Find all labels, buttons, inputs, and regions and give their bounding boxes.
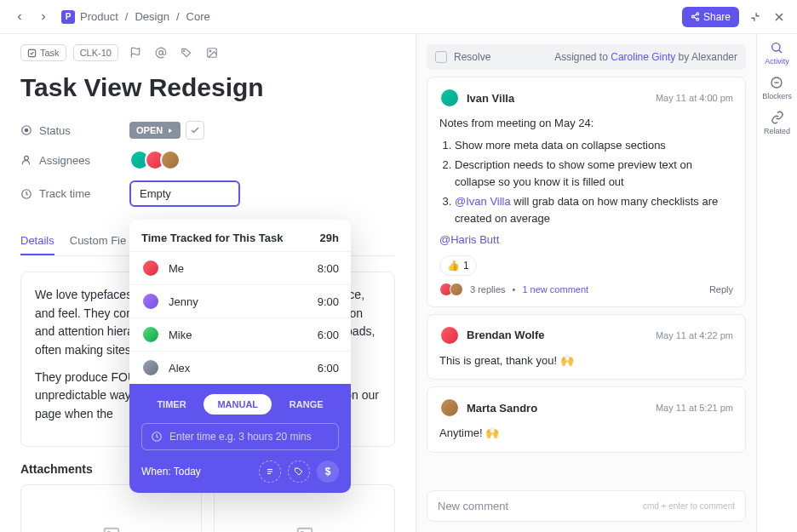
svg-point-1 [691,15,694,18]
rail-related[interactable]: Related [764,111,790,135]
avatar [439,325,460,346]
svg-marker-15 [169,128,172,132]
breadcrumb-item[interactable]: Core [186,10,210,23]
svg-line-3 [694,17,697,19]
rail-blockers[interactable]: Blockers [762,76,792,100]
avatar [160,150,181,170]
reaction-button[interactable]: 👍 1 [439,255,477,276]
comment-card: Ivan Villa May 11 at 4:00 pm Notes from … [427,77,746,307]
status-field-label: Status [20,124,129,137]
svg-line-4 [694,14,697,16]
svg-line-27 [779,50,782,53]
svg-point-2 [697,18,699,20]
minimize-icon[interactable] [748,9,763,25]
time-row[interactable]: Me8:00 [129,251,351,284]
svg-point-9 [159,51,163,55]
assigned-text: Assigned to Caroline Ginty by Alexander [554,51,737,63]
close-icon[interactable] [771,9,787,25]
task-id-chip[interactable]: CLK-10 [73,44,118,61]
image-icon[interactable] [204,44,221,61]
svg-point-16 [25,156,29,160]
status-complete-button[interactable] [186,121,204,140]
popover-total: 29h [320,232,339,244]
side-rail: Activity Blockers Related [756,34,797,532]
comment-timestamp: May 11 at 4:22 pm [656,330,733,340]
svg-point-12 [209,50,211,52]
svg-point-26 [772,43,780,51]
mention-icon[interactable] [152,44,169,61]
comment-card: Brendan Wolfe May 11 at 4:22 pm This is … [427,314,746,380]
flag-icon[interactable] [127,44,144,61]
svg-point-10 [183,50,184,51]
assignee-avatars[interactable] [129,150,181,170]
rail-activity[interactable]: Activity [765,41,789,66]
status-badge[interactable]: OPEN [129,122,181,139]
nav-back-button[interactable] [10,8,29,26]
time-tracking-popover: Time Tracked for This Task 29h Me8:00 Je… [129,220,351,493]
comment-timestamp: May 11 at 4:00 pm [656,93,733,103]
user-mention[interactable]: @Ivan Villa [455,195,511,208]
svg-point-0 [697,13,699,15]
popover-title: Time Tracked for This Task [141,232,283,244]
note-icon[interactable] [259,460,281,483]
mode-range[interactable]: RANGE [276,394,337,415]
breadcrumb-item[interactable]: Product [80,10,118,23]
time-row[interactable]: Alex6:00 [129,351,351,384]
track-time-input[interactable] [129,180,240,207]
time-row[interactable]: Jenny9:00 [129,284,351,317]
svg-rect-20 [297,529,312,532]
time-row[interactable]: Mike6:00 [129,317,351,351]
assignees-field-label: Assignees [20,154,129,167]
activity-pane: Resolve Assigned to Caroline Ginty by Al… [416,34,756,532]
mode-timer[interactable]: TIMER [143,394,199,415]
comment-author: Brendan Wolfe [467,329,545,341]
task-title: Task View Redesign [20,73,395,102]
billable-icon[interactable]: $ [317,460,339,483]
comment-timestamp: May 11 at 5:21 pm [656,403,733,413]
task-detail-pane: Task CLK-10 Task View Redesign Status OP… [0,34,416,532]
mode-manual[interactable]: MANUAL [204,394,272,415]
comment-author: Marta Sandro [467,402,537,415]
tag-icon[interactable] [178,44,195,61]
avatar [439,88,460,108]
tag-icon[interactable] [288,460,310,483]
reply-button[interactable]: Reply [709,284,733,295]
tab-details[interactable]: Details [20,227,54,255]
topbar: P Product / Design / Core Share [0,0,797,34]
new-comment-link[interactable]: 1 new comment [522,284,588,295]
avatar [439,398,460,418]
user-mention[interactable]: @Haris Butt [439,232,733,249]
workspace-badge: P [61,10,75,24]
composer-hint: cmd + enter to comment [643,501,735,511]
time-entry-input[interactable]: Enter time e.g. 3 hours 20 mins [141,423,339,450]
comment-card: Marta Sandro May 11 at 5:21 pm Anytime! … [427,386,746,453]
breadcrumb-item[interactable]: Design [135,10,169,23]
when-label[interactable]: When: Today [141,466,201,478]
tab-custom-fields[interactable]: Custom Fie [70,227,126,255]
comment-author: Ivan Villa [467,92,514,105]
nav-forward-button[interactable] [34,8,53,26]
share-button[interactable]: Share [682,7,739,27]
comment-composer[interactable]: New comment cmd + enter to comment [427,490,746,522]
task-type-chip[interactable]: Task [20,44,66,61]
svg-point-14 [25,129,28,132]
resolve-bar: Resolve Assigned to Caroline Ginty by Al… [427,44,746,70]
track-time-field-label: Track time [20,187,129,200]
resolve-checkbox[interactable] [435,51,447,63]
svg-rect-18 [104,529,118,532]
resolve-label: Resolve [454,51,490,63]
